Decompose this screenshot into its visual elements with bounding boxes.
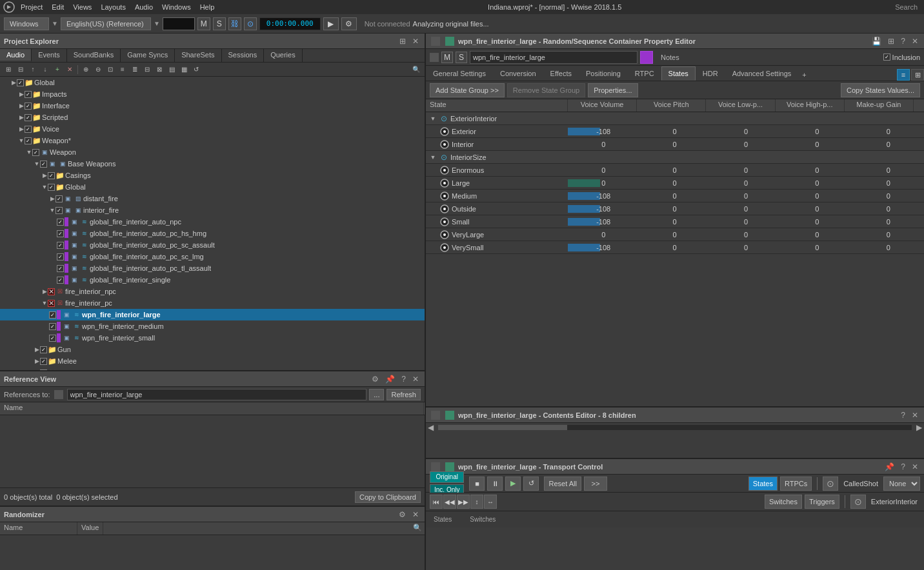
tree-check-auto-pc-sc[interactable] bbox=[57, 242, 64, 249]
tree-item-single[interactable]: ▣ ≋ global_fire_interior_single bbox=[0, 274, 425, 286]
prop-s-btn[interactable]: S bbox=[456, 52, 467, 63]
tree-item-auto-pc-hs[interactable]: ▣ ≋ global_fire_interior_auto_pc_hs_hmg bbox=[0, 228, 425, 239]
tree-check-impacts[interactable] bbox=[25, 91, 32, 98]
language-dropdown[interactable]: English(US) (Reference) bbox=[61, 17, 151, 30]
tree-item-fire-npc[interactable]: ▶ ✕ ☒ fire_interior_npc bbox=[0, 286, 425, 297]
menu-views[interactable]: Views bbox=[69, 2, 95, 12]
tree-check-scripted[interactable] bbox=[25, 114, 32, 121]
state-row-very-small[interactable]: VerySmall -108 0 0 0 0 bbox=[426, 241, 924, 254]
toolbar-capture-btn[interactable]: ▶ bbox=[323, 17, 339, 30]
tab-conversion[interactable]: Conversion bbox=[493, 66, 543, 81]
tree-item-wpn-small[interactable]: ▣ ≋ wpn_fire_interior_small bbox=[0, 332, 425, 344]
tree-toolbar-btn13[interactable]: ▦ bbox=[178, 64, 190, 75]
prop-name-input[interactable] bbox=[470, 51, 638, 64]
tree-toolbar-btn10[interactable]: ⊟ bbox=[141, 64, 153, 75]
tree-check-auto-npc[interactable] bbox=[57, 219, 64, 226]
trans-icon1[interactable]: ⏮ bbox=[430, 495, 443, 509]
tree-item-auto-pc-sc-assault[interactable]: ▣ ≋ global_fire_interior_auto_pc_sc_assa… bbox=[0, 239, 425, 251]
rand-close-btn[interactable]: ✕ bbox=[410, 510, 421, 519]
tree-item-fire-pc[interactable]: ▼ ✕ ☒ fire_interior_pc bbox=[0, 297, 425, 309]
tab-sharesets[interactable]: ShareSets bbox=[175, 49, 221, 62]
menu-help[interactable]: Help bbox=[196, 2, 219, 12]
tree-check-global[interactable] bbox=[17, 79, 24, 86]
triggers-tab-btn[interactable]: Triggers bbox=[805, 495, 839, 509]
tree-check-gun[interactable] bbox=[40, 346, 47, 353]
rand-gear-btn[interactable]: ⚙ bbox=[397, 510, 408, 519]
tree-expand-impacts[interactable]: ▶ bbox=[18, 91, 25, 97]
state-group-interior-size[interactable]: ▼ ⊙ InteriorSize bbox=[426, 151, 924, 164]
tree-item-scripted[interactable]: ▶ 📁 Scripted bbox=[0, 112, 425, 123]
tree-expand-base-weapons[interactable]: ▼ bbox=[34, 161, 40, 167]
tree-item-voice[interactable]: ▶ 📁 Voice bbox=[0, 123, 425, 135]
tree-expand-weapon-star[interactable]: ▼ bbox=[18, 137, 25, 144]
trans-icon4[interactable]: ↕ bbox=[470, 495, 483, 509]
copy-states-values-btn[interactable]: Copy States Values... bbox=[841, 83, 920, 97]
prop-help-btn[interactable]: ? bbox=[899, 37, 907, 46]
tree-item-global2[interactable]: ▼ 📁 Global bbox=[0, 181, 425, 193]
tree-expand-global[interactable]: ▶ bbox=[10, 79, 17, 86]
contents-scroll-left[interactable]: ◀ bbox=[426, 423, 436, 432]
tree-check-distant[interactable] bbox=[55, 195, 63, 202]
tree-item-interior-fire[interactable]: ▼ ▣ ▣ interior_fire bbox=[0, 204, 425, 216]
menu-audio[interactable]: Audio bbox=[131, 2, 157, 12]
contents-scroll-thumb[interactable] bbox=[438, 425, 567, 430]
tab-positioning[interactable]: Positioning bbox=[579, 66, 628, 81]
stop-btn[interactable]: ■ bbox=[469, 477, 485, 491]
tree-item-distant-fire[interactable]: ▶ ▣ ▨ distant_fire bbox=[0, 193, 425, 204]
tree-toolbar-btn6[interactable]: ⊖ bbox=[92, 64, 104, 75]
prop-icon-btn[interactable]: ⊞ bbox=[886, 37, 896, 46]
tree-toolbar-add[interactable]: + bbox=[52, 64, 63, 75]
tree-toolbar-btn14[interactable]: ↺ bbox=[190, 64, 202, 75]
tree-item-auto-pc-sc-lmg[interactable]: ▣ ≋ global_fire_interior_auto_pc_sc_lmg bbox=[0, 251, 425, 262]
transport-help-btn[interactable]: ? bbox=[899, 462, 907, 471]
pe-icon-btn1[interactable]: ⊞ bbox=[397, 37, 408, 46]
original-btn[interactable]: Original bbox=[430, 471, 464, 483]
state-row-large[interactable]: Large 0 0 0 0 0 bbox=[426, 177, 924, 190]
tree-item-melee[interactable]: ▶ 📁 Melee bbox=[0, 355, 425, 367]
tab-add-btn[interactable]: + bbox=[798, 69, 810, 81]
tree-item-weapon[interactable]: ▼ ▣ Weapon bbox=[0, 146, 425, 158]
tree-expand-casings[interactable]: ▶ bbox=[41, 172, 48, 179]
arrows-btn[interactable]: >> bbox=[584, 477, 607, 491]
copy-clipboard-btn[interactable]: Copy to Clipboard bbox=[355, 491, 421, 503]
tree-item-auto-tl-assault[interactable]: ▣ ≋ global_fire_interior_auto_pc_tl_assa… bbox=[0, 262, 425, 274]
toolbar-circle-btn[interactable]: ⊙ bbox=[244, 17, 257, 30]
transport-pin-btn[interactable]: 📌 bbox=[883, 462, 896, 471]
tree-toolbar-btn8[interactable]: ≡ bbox=[117, 64, 128, 75]
contents-close-btn[interactable]: ✕ bbox=[910, 411, 920, 420]
project-tree[interactable]: ▶ 📁 Global ▶ 📁 Impacts ▶ bbox=[0, 77, 425, 370]
tree-expand-interface[interactable]: ▶ bbox=[18, 103, 25, 109]
contents-scrollbar[interactable]: ◀ ▶ bbox=[426, 423, 924, 432]
state-row-exterior[interactable]: Exterior -108 0 0 0 0 bbox=[426, 125, 924, 138]
tree-toolbar-btn3[interactable]: ↑ bbox=[27, 64, 39, 75]
state-row-very-large[interactable]: VeryLarge 0 0 0 0 0 bbox=[426, 228, 924, 241]
tree-check-melee[interactable] bbox=[40, 358, 47, 365]
tree-expand-scripted[interactable]: ▶ bbox=[18, 114, 25, 121]
state-row-small[interactable]: Small -108 0 0 0 0 bbox=[426, 215, 924, 228]
properties-btn[interactable]: Properties... bbox=[588, 83, 638, 97]
inclusion-checkbox[interactable] bbox=[883, 54, 890, 61]
tree-expand-voice[interactable]: ▶ bbox=[18, 126, 25, 132]
tab-sessions[interactable]: Sessions bbox=[222, 49, 265, 62]
ref-close-btn[interactable]: ✕ bbox=[410, 375, 421, 384]
tree-expand-weapon[interactable]: ▼ bbox=[26, 149, 32, 155]
state-group-exterior-interior[interactable]: ▼ ⊙ ExteriorInterior bbox=[426, 112, 924, 125]
color-swatch[interactable] bbox=[163, 17, 195, 30]
menu-windows[interactable]: Windows bbox=[158, 2, 195, 12]
tab-effects[interactable]: Effects bbox=[543, 66, 579, 81]
tree-toolbar-btn9[interactable]: ≣ bbox=[129, 64, 141, 75]
tab-audio[interactable]: Audio bbox=[0, 49, 32, 62]
tree-expand-distant[interactable]: ▶ bbox=[49, 195, 55, 202]
menu-edit[interactable]: Edit bbox=[48, 2, 68, 12]
pe-close-btn[interactable]: ✕ bbox=[410, 37, 421, 46]
ref-help-btn[interactable]: ? bbox=[399, 375, 408, 384]
tree-item-auto-npc[interactable]: ▣ ≋ global_fire_interior_auto_npc bbox=[0, 216, 425, 228]
tree-check-tl-assault[interactable] bbox=[57, 265, 64, 272]
state-row-enormous[interactable]: Enormous 0 0 0 0 0 bbox=[426, 164, 924, 177]
tree-toolbar-btn4[interactable]: ↓ bbox=[39, 64, 51, 75]
tree-toolbar-btn12[interactable]: ▤ bbox=[166, 64, 177, 75]
tree-search[interactable]: 🔍 bbox=[410, 64, 422, 75]
tree-expand-global2[interactable]: ▼ bbox=[41, 184, 48, 190]
sg-expand-exterior[interactable]: ▼ bbox=[428, 115, 437, 122]
tab-events[interactable]: Events bbox=[32, 49, 67, 62]
